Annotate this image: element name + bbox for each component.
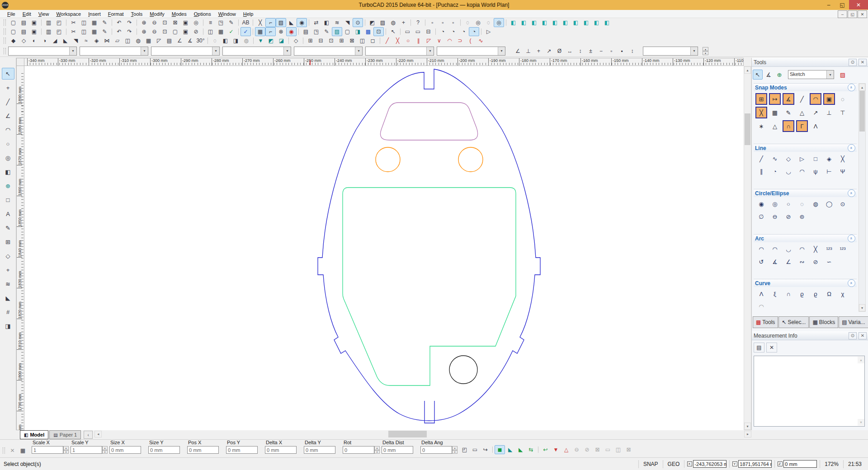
- array-x[interactable]: ⊠: [347, 36, 357, 45]
- cube-t2[interactable]: ◨: [231, 36, 241, 45]
- snap-perpendicular[interactable]: ⊥: [823, 107, 835, 118]
- surface-edit[interactable]: ≋: [332, 18, 342, 27]
- select-arrow[interactable]: ↖: [2, 68, 14, 80]
- dimension-style-combo[interactable]: ▾: [643, 47, 698, 56]
- sphere-tool[interactable]: ⊕: [2, 180, 14, 192]
- snap-apex[interactable]: Λ: [810, 120, 821, 132]
- lights[interactable]: ◍: [388, 18, 398, 27]
- menu-item[interactable]: File: [4, 11, 19, 17]
- polygon[interactable]: ◇: [783, 154, 794, 164]
- perpendicular-line[interactable]: ╳: [837, 154, 849, 164]
- cube-tool[interactable]: ◧: [2, 166, 14, 178]
- modify-3d[interactable]: ◥: [342, 18, 353, 27]
- snap-vertex[interactable]: ⊞: [755, 93, 767, 105]
- clipboard-2[interactable]: ◫: [205, 27, 216, 36]
- section-snap-modes[interactable]: Snap Modes «: [754, 83, 857, 91]
- circle-center-point[interactable]: ◉: [755, 199, 767, 209]
- Tools[interactable]: ▩ Tools: [753, 316, 778, 328]
- frame-active[interactable]: ⊡: [373, 27, 384, 36]
- pushpin-icon[interactable]: ⊙: [849, 332, 857, 339]
- dim-angle[interactable]: ∠: [513, 47, 523, 56]
- delete-measure-icon[interactable]: ✕: [766, 343, 777, 352]
- open[interactable]: ▤: [19, 18, 29, 27]
- line-single[interactable]: ╱: [755, 154, 767, 164]
- property-combo[interactable]: ▾: [222, 47, 291, 56]
- projection-mode[interactable]: ◣: [286, 18, 297, 27]
- snap-midpoint[interactable]: ∡: [783, 93, 794, 105]
- collapse-icon[interactable]: «: [848, 144, 855, 152]
- menu-item[interactable]: Modes: [168, 11, 190, 17]
- scroll-down-icon[interactable]: ▾: [859, 304, 865, 311]
- field-value[interactable]: 0 mm: [226, 446, 258, 454]
- ellipse-fixed-ratio[interactable]: ⊜: [796, 212, 808, 221]
- print-preview[interactable]: ◰: [54, 18, 64, 27]
- ellipse[interactable]: ⊖: [769, 212, 781, 221]
- menu-item[interactable]: Edit: [19, 11, 35, 17]
- square-teal-2[interactable]: ◪: [276, 36, 287, 45]
- triangle-tool[interactable]: ◣: [2, 292, 14, 304]
- zoom-selection[interactable]: ◎: [191, 18, 201, 27]
- snap-radial[interactable]: ∗: [755, 120, 767, 132]
- view-cube-8[interactable]: ◧: [581, 18, 591, 27]
- spray-red[interactable]: ◉: [286, 27, 297, 36]
- property-combo[interactable]: ▾: [8, 47, 77, 56]
- circle-tan-3[interactable]: ⊙: [837, 199, 849, 209]
- dim-arc[interactable]: ◠: [444, 36, 455, 45]
- collapse-icon[interactable]: «: [848, 189, 855, 197]
- circle-double-point[interactable]: ○: [783, 199, 794, 209]
- value-spinner[interactable]: ▴▾: [703, 47, 708, 55]
- angle-line[interactable]: ∠: [2, 110, 14, 122]
- paste-2[interactable]: ▦: [89, 27, 99, 36]
- ramp[interactable]: ◥: [71, 36, 81, 45]
- sketch-mode-combo[interactable]: Sketch ▾: [788, 70, 834, 79]
- toolbar-grip[interactable]: [4, 19, 6, 26]
- zoom-out[interactable]: ⊖: [149, 18, 160, 27]
- circle-tan-point[interactable]: ◍: [810, 199, 821, 209]
- point-marks[interactable]: ╳: [255, 18, 265, 27]
- ortho-2[interactable]: ⌐: [265, 27, 276, 36]
- round-3[interactable]: ◔: [458, 27, 469, 36]
- snap-face[interactable]: △: [796, 107, 808, 118]
- snap-flag[interactable]: ✎: [783, 107, 794, 118]
- render-toggle[interactable]: ◉: [297, 18, 307, 27]
- shade-teal[interactable]: ▨: [332, 27, 342, 36]
- menu-item[interactable]: Help: [240, 11, 257, 17]
- cockpit-cutout[interactable]: [380, 103, 477, 140]
- tab-scroll-left-button[interactable]: ‹: [84, 431, 93, 439]
- dim-dot-large[interactable]: ▪: [617, 47, 627, 56]
- snap-point[interactable]: +: [2, 82, 14, 94]
- tri-end[interactable]: ▷: [483, 27, 494, 36]
- redo[interactable]: ↷: [124, 18, 135, 27]
- view-cube-4[interactable]: ◧: [539, 18, 550, 27]
- view-cube-5[interactable]: ◧: [550, 18, 560, 27]
- view-cube-1[interactable]: ◧: [508, 18, 519, 27]
- workspace-switch[interactable]: ⇄: [311, 18, 321, 27]
- toolbar-grip[interactable]: [4, 38, 6, 44]
- save-file[interactable]: ▣: [29, 27, 39, 36]
- dim-circle[interactable]: ○: [403, 36, 413, 45]
- menu-item[interactable]: Workspace: [52, 11, 85, 17]
- bend-arrow[interactable]: ↪: [480, 445, 491, 454]
- vscroll-thumb[interactable]: [745, 113, 750, 145]
- copy-gray[interactable]: ◫: [613, 445, 623, 454]
- print-doc[interactable]: ▥: [43, 27, 54, 36]
- frame-cutout[interactable]: [343, 188, 516, 385]
- layers[interactable]: ≡: [205, 18, 216, 27]
- collapse-icon[interactable]: «: [848, 84, 855, 91]
- arc-rotate[interactable]: ↺: [755, 257, 767, 267]
- resize-gray[interactable]: ⊠: [592, 445, 603, 454]
- visualize[interactable]: ⊙: [353, 18, 363, 27]
- irregular-polygon[interactable]: ▷: [796, 154, 808, 164]
- rect-select[interactable]: ▢: [170, 27, 180, 36]
- group-tool-2[interactable]: ▫: [438, 18, 448, 27]
- copy-2[interactable]: ◫: [79, 27, 89, 36]
- zoom-page[interactable]: ▣: [180, 18, 191, 27]
- view-cube-10[interactable]: ◧: [602, 18, 612, 27]
- sheet[interactable]: ▤: [164, 36, 175, 45]
- menu-item[interactable]: Modify: [146, 11, 168, 17]
- dim-updown[interactable]: ↕: [627, 47, 637, 56]
- round-2[interactable]: ◔: [448, 27, 458, 36]
- insert-2[interactable]: ◳: [311, 27, 321, 36]
- mdi-close-button[interactable]: ✕: [858, 10, 867, 18]
- cursor-2[interactable]: ↖: [388, 27, 398, 36]
